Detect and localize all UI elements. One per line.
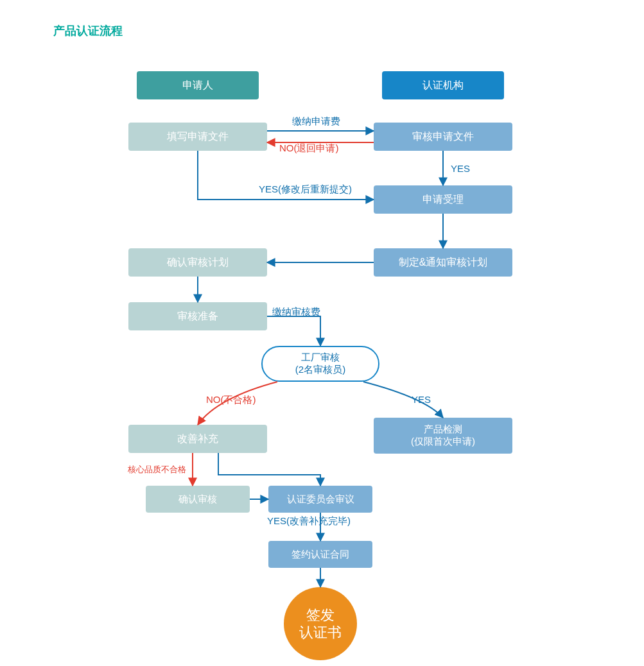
issue-line2: 认证书 bbox=[299, 624, 342, 642]
node-review-docs: 审核申请文件 bbox=[374, 123, 512, 151]
header-applicant: 申请人 bbox=[137, 71, 259, 99]
label-pay-audit-fee: 缴纳审核费 bbox=[272, 306, 320, 318]
node-fill-docs: 填写申请文件 bbox=[128, 123, 267, 151]
label-yes-improved: YES(改善补充完毕) bbox=[267, 515, 351, 527]
node-confirm-audit: 确认审核 bbox=[146, 486, 250, 513]
label-core-fail: 核心品质不合格 bbox=[128, 464, 186, 475]
label-pay-app-fee: 缴纳申请费 bbox=[292, 115, 340, 128]
label-no-fail: NO(不合格) bbox=[206, 394, 256, 406]
node-issue-certificate: 签发 认证书 bbox=[284, 587, 357, 660]
issue-line1: 签发 bbox=[299, 606, 342, 624]
node-confirm-plan: 确认审核计划 bbox=[128, 248, 267, 277]
flowchart-stage: 产品认证流程 申请人 认证机构 填写申请文件 审核申请文件 申请受理 确认审核计… bbox=[0, 0, 644, 666]
node-prepare: 审核准备 bbox=[128, 302, 267, 330]
label-no-return: NO(退回申请) bbox=[279, 142, 339, 155]
factory-audit-line2: (2名审核员) bbox=[295, 364, 345, 376]
factory-audit-line1: 工厂审核 bbox=[295, 352, 345, 364]
label-yes-2: YES bbox=[412, 394, 431, 405]
node-accept: 申请受理 bbox=[374, 185, 512, 214]
node-improve: 改善补充 bbox=[128, 425, 267, 453]
node-contract: 签约认证合同 bbox=[268, 541, 372, 568]
testing-line2: (仅限首次申请) bbox=[411, 436, 475, 448]
page-title: 产品认证流程 bbox=[53, 23, 123, 38]
testing-line1: 产品检测 bbox=[411, 423, 475, 436]
node-testing: 产品检测 (仅限首次申请) bbox=[374, 418, 512, 454]
header-authority: 认证机构 bbox=[382, 71, 504, 99]
node-factory-audit: 工厂审核 (2名审核员) bbox=[261, 346, 379, 382]
label-yes-1: YES bbox=[451, 163, 470, 174]
node-committee: 认证委员会审议 bbox=[268, 486, 372, 513]
node-make-plan: 制定&通知审核计划 bbox=[374, 248, 512, 277]
label-yes-resubmit: YES(修改后重新提交) bbox=[259, 184, 352, 196]
